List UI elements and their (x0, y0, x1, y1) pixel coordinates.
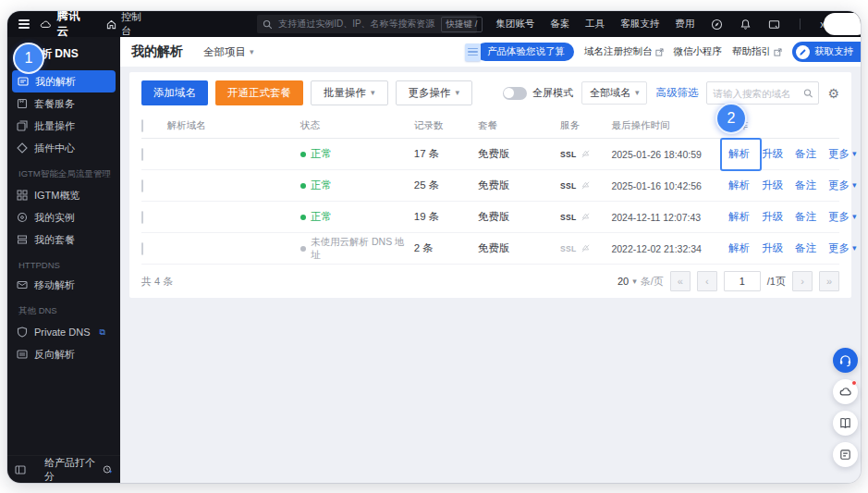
next-page-button[interactable]: › (792, 271, 813, 291)
book-icon (838, 416, 852, 430)
page-header: 我的解析 全部项目 ▾ 产品体验您说了算 域名注册控制台 微信小程序 (120, 37, 861, 67)
domain-search-box[interactable] (706, 81, 819, 105)
topbar-link-icp[interactable]: 备案 (550, 18, 569, 31)
action-more-dropdown[interactable]: 更多▾ (828, 179, 857, 192)
customer-service-button[interactable] (833, 348, 858, 373)
sidebar-item-private-dns[interactable]: Private DNS ⧉ (7, 321, 120, 343)
action-upgrade-link[interactable]: 升级 (762, 147, 783, 161)
prev-page-button[interactable]: ‹ (697, 271, 717, 291)
documentation-button[interactable] (833, 411, 858, 436)
get-support-button[interactable]: 获取支持 (792, 42, 861, 62)
tencent-cloud-logo[interactable]: 腾讯云 (39, 11, 85, 40)
action-resolve-link[interactable]: 解析 (728, 147, 750, 161)
divider (800, 18, 801, 30)
sidebar-item-plugin-center[interactable]: 插件中心 (7, 137, 120, 159)
cloud-message-button[interactable] (833, 379, 858, 404)
external-link-icon: ⧉ (100, 327, 105, 338)
topbar-link-tools[interactable]: 工具 (585, 18, 605, 31)
action-more-dropdown[interactable]: 更多▾ (828, 241, 857, 255)
console-label: 控制台 (121, 11, 148, 38)
domain-filter-dropdown[interactable]: 全部域名 ▾ (581, 81, 648, 105)
current-page-input[interactable]: 1 (724, 271, 761, 291)
console-panel-icon[interactable] (767, 18, 780, 31)
page-title: 我的解析 (131, 43, 183, 60)
search-icon[interactable] (803, 88, 813, 99)
gear-icon[interactable]: ⚙ (827, 87, 839, 100)
action-upgrade-link[interactable]: 升级 (762, 179, 783, 192)
row-checkbox[interactable] (141, 179, 143, 192)
select-all-checkbox[interactable] (141, 119, 143, 132)
domain-registration-console-link[interactable]: 域名注册控制台 (584, 45, 664, 58)
more-ops-dropdown[interactable]: 更多操作 ▾ (396, 80, 473, 105)
action-upgrade-link[interactable]: 升级 (762, 210, 783, 224)
collapse-sidebar-icon[interactable] (15, 464, 26, 475)
col-last-op-time: 最后操作时间 (611, 119, 728, 132)
help-guide-link[interactable]: 帮助指引 (732, 45, 782, 58)
action-remark-link[interactable]: 备注 (795, 179, 816, 192)
console-link[interactable]: 控制台 (106, 11, 148, 38)
compass-icon[interactable] (710, 18, 723, 31)
external-link-icon (774, 48, 782, 56)
ssl-badge: SSL (560, 150, 576, 159)
wechat-miniprogram-link[interactable]: 微信小程序 (674, 45, 723, 58)
status-dot (300, 183, 306, 189)
cloud-icon (838, 385, 852, 399)
action-more-dropdown[interactable]: 更多▾ (828, 147, 857, 161)
ssl-badge: SSL (560, 244, 576, 253)
last-page-button[interactable]: » (819, 271, 839, 291)
col-service: 服务 (560, 119, 611, 132)
sidebar-group-httpdns: HTTPDNS (7, 251, 120, 274)
first-page-button[interactable]: « (670, 271, 691, 291)
promo-banner-button[interactable]: 产品体验您说了算 (465, 43, 574, 61)
action-resolve-link[interactable]: 解析 (728, 179, 750, 192)
open-paid-plan-button[interactable]: 开通正式套餐 (215, 80, 303, 105)
add-domain-button[interactable]: 添加域名 (141, 80, 208, 105)
global-search-placeholder: 支持通过实例ID、IP、名称等搜索资源 (278, 18, 434, 31)
advanced-filter-link[interactable]: 高级筛选 (655, 86, 698, 100)
sidebar-item-mobile-resolution[interactable]: 移动解析 (7, 274, 120, 296)
sidebar-item-label: 我的实例 (34, 211, 75, 225)
topbar-links: 集团账号 备案 工具 客服支持 费用 xiaotan (495, 18, 851, 31)
project-filter-dropdown[interactable]: 全部项目 ▾ (203, 45, 254, 59)
bell-icon[interactable] (739, 18, 752, 31)
layers-icon (17, 234, 28, 245)
sidebar-item-label: 套餐服务 (34, 97, 75, 111)
link-label: 域名注册控制台 (584, 45, 653, 58)
action-resolve-link[interactable]: 解析 (728, 241, 750, 255)
sidebar-item-batch-ops[interactable]: 批量操作 (7, 115, 120, 137)
top-navbar: 腾讯云 控制台 支持通过实例ID、IP、名称等搜索资源 快捷键 / 集团账号 备… (7, 11, 861, 37)
topbar-link-billing[interactable]: 费用 (675, 18, 694, 31)
shortcut-hint: 快捷键 / (441, 17, 483, 32)
action-more-dropdown[interactable]: 更多▾ (828, 210, 857, 224)
domain-filter-label: 全部域名 (590, 86, 630, 100)
plan-icon (17, 98, 28, 109)
action-remark-link[interactable]: 备注 (795, 241, 816, 255)
rate-product-button[interactable]: 给产品打个分 (44, 456, 113, 484)
topbar-link-support[interactable]: 客服支持 (620, 18, 659, 31)
action-remark-link[interactable]: 备注 (795, 210, 816, 224)
record-count: 19 条 (414, 210, 478, 224)
action-upgrade-link[interactable]: 升级 (762, 241, 783, 255)
action-remark-link[interactable]: 备注 (795, 147, 816, 161)
sidebar-item-my-plans[interactable]: 我的套餐 (7, 228, 120, 251)
topbar-link-group-account[interactable]: 集团账号 (495, 18, 534, 31)
sidebar-item-my-instances[interactable]: 我的实例 (7, 206, 120, 228)
batch-ops-dropdown[interactable]: 批量操作 ▾ (311, 80, 388, 105)
page-size-dropdown[interactable]: 20 ▾ 条/页 (617, 275, 664, 289)
row-checkbox[interactable] (141, 211, 143, 224)
fullscreen-toggle[interactable] (503, 87, 527, 100)
hamburger-menu-icon[interactable] (18, 19, 30, 29)
status-text: 未使用云解析 DNS 地址 (311, 236, 414, 262)
sidebar-group-other-dns: 其他 DNS (7, 296, 120, 321)
row-checkbox[interactable] (141, 148, 143, 161)
sidebar-item-plan-service[interactable]: 套餐服务 (7, 92, 120, 115)
global-search-input[interactable]: 支持通过实例ID、IP、名称等搜索资源 快捷键 / (257, 15, 477, 33)
action-resolve-link[interactable]: 解析 (728, 210, 750, 224)
row-checkbox[interactable] (141, 242, 143, 255)
sidebar-item-reverse-resolution[interactable]: 反向解析 (7, 343, 120, 365)
last-op-time: 2025-01-16 10:42:56 (611, 180, 728, 191)
survey-button[interactable] (833, 442, 858, 467)
reverse-icon (17, 349, 28, 360)
domain-search-input[interactable] (713, 88, 802, 99)
sidebar-item-igtm-overview[interactable]: IGTM概览 (7, 184, 120, 206)
